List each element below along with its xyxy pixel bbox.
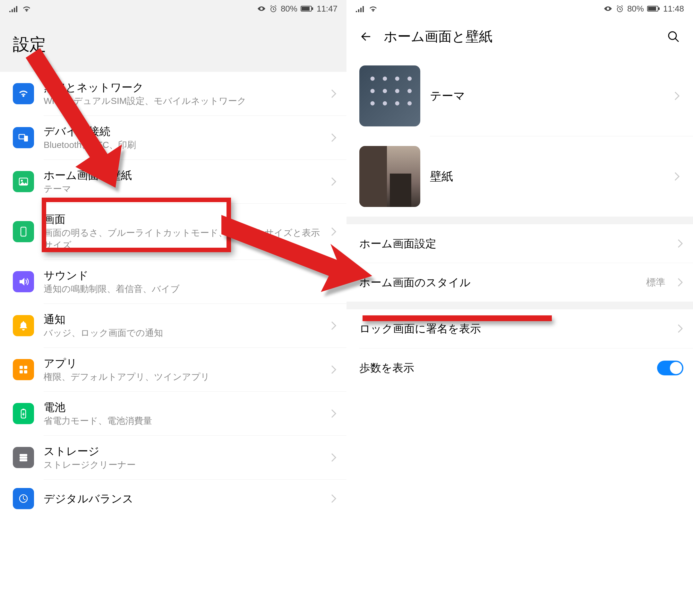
- search-icon[interactable]: [667, 30, 680, 43]
- header: ホーム画面と壁紙: [346, 17, 693, 56]
- display-icon: [13, 221, 34, 242]
- row-digital-balance[interactable]: デジタルバランス: [0, 480, 346, 517]
- svg-rect-4: [19, 135, 25, 139]
- eye-icon: [603, 5, 612, 12]
- settings-screen-left: 80% 11:47 設定 無線とネットワーク Wi-Fi、デュアルSIM設定、モ…: [0, 0, 346, 616]
- svg-point-23: [669, 32, 676, 39]
- row-value: 標準: [646, 276, 666, 289]
- chevron-right-icon: [677, 277, 684, 287]
- row-sub: ストレージクリーナー: [44, 459, 321, 471]
- chevron-right-icon: [331, 364, 337, 375]
- svg-rect-9: [20, 366, 23, 369]
- row-sub: バッジ、ロック画面での通知: [44, 327, 321, 339]
- chevron-right-icon: [331, 133, 337, 143]
- row-apps[interactable]: アプリ 権限、デフォルトアプリ、ツインアプリ: [0, 348, 346, 392]
- row-title: ホーム画面設定: [359, 236, 667, 251]
- battery-icon-box: [13, 403, 34, 424]
- page-title: 設定: [13, 33, 46, 56]
- chevron-right-icon: [331, 320, 337, 331]
- row-wallpaper[interactable]: 壁紙: [346, 136, 693, 217]
- row-device-connection[interactable]: デバイス接続 Bluetooth、NFC、印刷: [0, 116, 346, 159]
- row-title: 通知: [44, 312, 321, 326]
- row-title: ストレージ: [44, 444, 321, 458]
- row-storage[interactable]: ストレージ ストレージクリーナー: [0, 436, 346, 479]
- chevron-right-icon: [331, 409, 337, 419]
- alarm-icon: [269, 5, 278, 13]
- bell-icon: [13, 315, 34, 336]
- svg-rect-10: [24, 366, 27, 369]
- svg-rect-22: [658, 7, 660, 10]
- svg-rect-3: [312, 7, 313, 10]
- row-home-settings[interactable]: ホーム画面設定: [346, 224, 693, 263]
- svg-rect-14: [22, 409, 24, 410]
- row-title: テーマ: [430, 88, 664, 104]
- row-title: サウンド: [44, 268, 321, 282]
- eye-icon: [257, 5, 266, 12]
- chevron-right-icon: [677, 238, 684, 249]
- row-title: 画面: [44, 212, 321, 226]
- battery-percent: 80%: [627, 4, 644, 14]
- chevron-right-icon: [331, 277, 337, 287]
- apps-icon: [13, 359, 34, 380]
- row-title: ロック画面に署名を表示: [359, 321, 667, 336]
- row-title: アプリ: [44, 356, 321, 370]
- row-lock-signature[interactable]: ロック画面に署名を表示: [346, 309, 693, 348]
- clock-time: 11:47: [317, 4, 338, 14]
- chevron-right-icon: [677, 323, 684, 334]
- chevron-right-icon: [674, 91, 680, 101]
- row-sub: 権限、デフォルトアプリ、ツインアプリ: [44, 371, 321, 383]
- wifi-icon: [13, 83, 34, 104]
- svg-rect-5: [24, 136, 28, 141]
- row-sub: 通知の鳴動制限、着信音、バイブ: [44, 283, 321, 295]
- chevron-right-icon: [331, 452, 337, 463]
- chevron-right-icon: [331, 88, 337, 99]
- row-display[interactable]: 画面 画面の明るさ、ブルーライトカットモード、テキストサイズと表示サイズ: [0, 204, 346, 260]
- svg-rect-11: [20, 370, 23, 374]
- battery-percent: 80%: [281, 4, 297, 14]
- battery-icon: [647, 5, 660, 12]
- back-icon[interactable]: [359, 30, 372, 43]
- status-bar: 80% 11:47: [0, 0, 346, 17]
- row-home-wallpaper[interactable]: ホーム画面と壁紙 テーマ: [0, 160, 346, 203]
- wallpaper-thumbnail: [359, 146, 420, 207]
- svg-rect-17: [20, 459, 27, 461]
- settings-list: 無線とネットワーク Wi-Fi、デュアルSIM設定、モバイルネットワーク デバイ…: [0, 72, 346, 616]
- svg-point-7: [21, 180, 23, 182]
- row-title: デジタルバランス: [44, 492, 321, 505]
- row-title: 無線とネットワーク: [44, 80, 321, 94]
- alarm-icon: [616, 5, 624, 13]
- row-home-style[interactable]: ホーム画面のスタイル 標準: [346, 263, 693, 302]
- row-sub: テーマ: [44, 183, 321, 195]
- row-step-count[interactable]: 歩数を表示: [346, 349, 693, 388]
- wifi-status-icon: [22, 5, 32, 12]
- row-title: 歩数を表示: [359, 361, 648, 375]
- svg-rect-8: [21, 227, 26, 236]
- toggle-on[interactable]: [657, 361, 684, 375]
- row-sub: 画面の明るさ、ブルーライトカットモード、テキストサイズと表示サイズ: [44, 227, 321, 251]
- page-title: ホーム画面と壁紙: [384, 27, 493, 45]
- row-title: 電池: [44, 400, 321, 414]
- chevron-right-icon: [331, 226, 337, 237]
- row-battery[interactable]: 電池 省電力モード、電池消費量: [0, 392, 346, 435]
- row-notifications[interactable]: 通知 バッジ、ロック画面での通知: [0, 304, 346, 347]
- home-wallpaper-screen-right: 80% 11:48 ホーム画面と壁紙 テーマ: [346, 0, 693, 616]
- row-sound[interactable]: サウンド 通知の鳴動制限、着信音、バイブ: [0, 260, 346, 303]
- chevron-right-icon: [331, 176, 337, 187]
- row-title: ホーム画面と壁紙: [44, 168, 321, 182]
- chevron-right-icon: [674, 171, 680, 182]
- image-icon: [13, 171, 34, 192]
- row-title: デバイス接続: [44, 124, 321, 138]
- row-wireless[interactable]: 無線とネットワーク Wi-Fi、デュアルSIM設定、モバイルネットワーク: [0, 72, 346, 116]
- storage-icon: [13, 447, 34, 468]
- svg-rect-15: [20, 454, 27, 456]
- device-icon: [13, 127, 34, 148]
- row-theme[interactable]: テーマ: [346, 56, 693, 136]
- chevron-right-icon: [331, 493, 337, 504]
- svg-rect-12: [24, 370, 27, 374]
- row-sub: Wi-Fi、デュアルSIM設定、モバイルネットワーク: [44, 95, 321, 107]
- svg-rect-2: [302, 7, 310, 11]
- clock-time: 11:48: [663, 4, 684, 14]
- header: 設定: [0, 17, 346, 72]
- status-bar: 80% 11:48: [346, 0, 693, 17]
- svg-rect-16: [20, 457, 27, 459]
